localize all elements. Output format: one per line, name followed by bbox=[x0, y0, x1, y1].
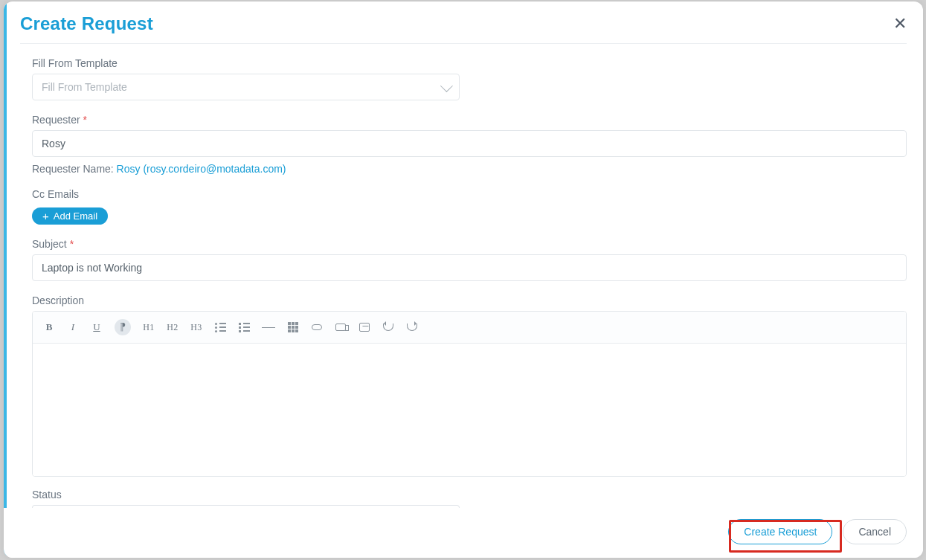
ordered-list-icon[interactable] bbox=[238, 320, 250, 335]
modal-body: Fill From Template Fill From Template Re… bbox=[4, 44, 923, 558]
rich-text-editor: B I U ¶ H1 H2 H3 bbox=[32, 311, 907, 477]
cc-label: Cc Emails bbox=[32, 188, 907, 200]
subject-input-wrap bbox=[32, 254, 907, 281]
hr-icon[interactable] bbox=[262, 320, 275, 335]
required-marker: * bbox=[83, 114, 87, 126]
editor-toolbar: B I U ¶ H1 H2 H3 bbox=[33, 312, 906, 344]
undo-icon[interactable] bbox=[382, 320, 394, 335]
table-icon[interactable] bbox=[287, 320, 299, 335]
cancel-button[interactable]: Cancel bbox=[843, 519, 907, 544]
modal-title: Create Request bbox=[20, 13, 153, 34]
modal-header: Create Request ✕ bbox=[4, 1, 923, 43]
redo-icon[interactable] bbox=[406, 320, 418, 335]
paragraph-icon[interactable]: ¶ bbox=[115, 319, 131, 335]
add-email-button[interactable]: + Add Email bbox=[32, 207, 108, 225]
h2-button[interactable]: H2 bbox=[167, 320, 179, 335]
description-label: Description bbox=[32, 295, 907, 306]
field-description: Description B I U ¶ H1 H2 H3 bbox=[32, 295, 907, 477]
required-marker: * bbox=[70, 238, 74, 250]
requester-link[interactable]: Rosy (rosy.cordeiro@motadata.com) bbox=[117, 163, 286, 175]
create-request-button[interactable]: Create Request bbox=[728, 519, 832, 544]
field-requester: Requester* Requester Name: Rosy (rosy.co… bbox=[32, 114, 907, 175]
template-placeholder: Fill From Template bbox=[42, 81, 127, 93]
subject-input[interactable] bbox=[42, 255, 897, 280]
status-label: Status bbox=[32, 489, 907, 501]
italic-icon[interactable]: I bbox=[67, 320, 79, 335]
underline-icon[interactable]: U bbox=[91, 320, 103, 335]
requester-label: Requester* bbox=[32, 114, 907, 126]
requester-input[interactable] bbox=[42, 131, 897, 156]
close-icon[interactable]: ✕ bbox=[893, 16, 907, 32]
video-icon[interactable] bbox=[335, 320, 347, 335]
description-editor[interactable] bbox=[33, 344, 906, 476]
bold-icon[interactable]: B bbox=[43, 320, 55, 335]
h1-button[interactable]: H1 bbox=[143, 320, 155, 335]
requester-input-wrap bbox=[32, 130, 907, 157]
link-icon[interactable] bbox=[311, 320, 323, 335]
field-cc: Cc Emails + Add Email bbox=[32, 188, 907, 225]
field-template: Fill From Template Fill From Template bbox=[32, 57, 907, 100]
template-label: Fill From Template bbox=[32, 57, 907, 69]
requester-hint: Requester Name: Rosy (rosy.cordeiro@mota… bbox=[32, 163, 907, 175]
field-subject: Subject* bbox=[32, 238, 907, 281]
plus-icon: + bbox=[42, 210, 49, 222]
create-request-modal: Create Request ✕ Fill From Template Fill… bbox=[4, 1, 923, 558]
bullet-list-icon[interactable] bbox=[214, 320, 226, 335]
template-select[interactable]: Fill From Template bbox=[32, 74, 460, 100]
chevron-down-icon bbox=[440, 80, 453, 92]
modal-footer: Create Request Cancel bbox=[4, 508, 923, 558]
image-icon[interactable] bbox=[358, 320, 370, 335]
h3-button[interactable]: H3 bbox=[190, 320, 202, 335]
subject-label: Subject* bbox=[32, 238, 907, 250]
